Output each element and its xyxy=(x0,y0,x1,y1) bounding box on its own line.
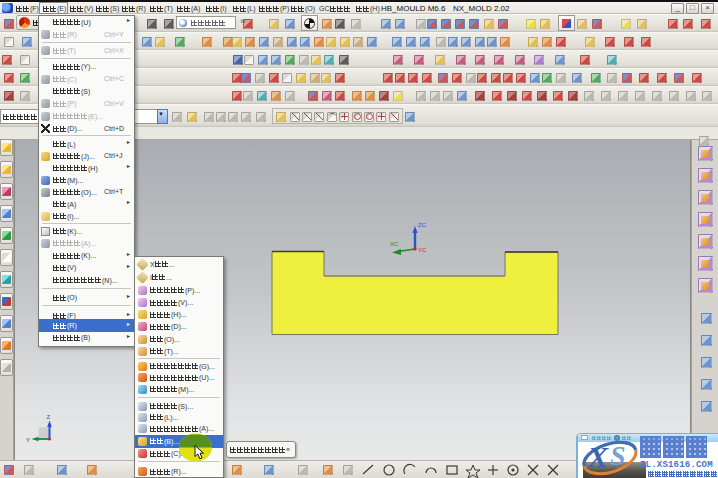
svg-text:ZC: ZC xyxy=(418,222,427,228)
svg-text:X: X xyxy=(587,440,609,473)
svg-text:Y: Y xyxy=(26,437,30,443)
svg-text:Z: Z xyxy=(47,414,51,420)
svg-text:S: S xyxy=(610,440,626,471)
svg-text:XC: XC xyxy=(390,241,399,247)
svg-text:YC: YC xyxy=(418,247,427,253)
